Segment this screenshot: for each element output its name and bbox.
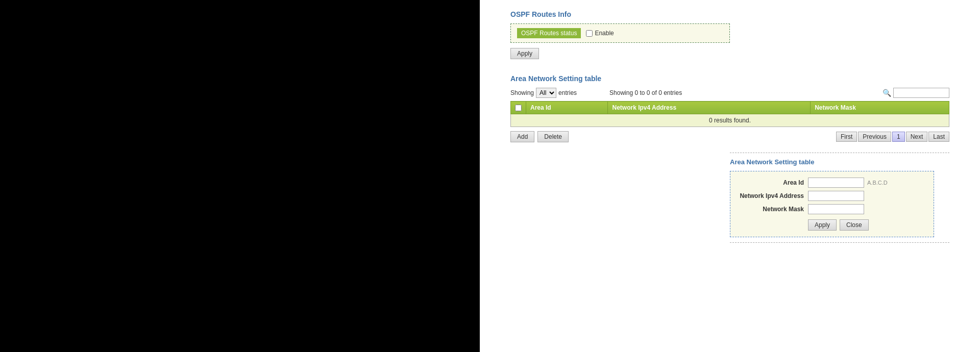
previous-button[interactable]: Previous	[858, 132, 891, 142]
form-buttons: Apply Close	[737, 219, 927, 231]
delete-button[interactable]: Delete	[537, 131, 569, 142]
network-mask-label: Network Mask	[737, 206, 808, 213]
col-area-id: Area Id	[526, 102, 608, 114]
form-box: Area Id A.B.C.D Network Ipv4 Address Net…	[730, 171, 934, 237]
area-network-data-table: Area Id Network Ipv4 Address Network Mas…	[510, 101, 949, 127]
no-results-row: 0 results found.	[511, 114, 949, 127]
first-button[interactable]: First	[836, 132, 857, 142]
entries-suffix: entries	[558, 89, 577, 96]
form-section-title: Area Network Setting table	[730, 158, 949, 166]
area-network-form-section: Area Network Setting table Area Id A.B.C…	[730, 153, 949, 243]
ospf-section-title: OSPF Routes Info	[510, 10, 949, 18]
table-controls-top: Showing All 10 25 50 entries Showing 0 t…	[510, 88, 949, 98]
col-network-ipv4: Network Ipv4 Address	[608, 102, 811, 114]
enable-label[interactable]: Enable	[595, 30, 614, 37]
network-mask-row: Network Mask	[737, 204, 927, 214]
form-close-button[interactable]: Close	[840, 219, 869, 231]
table-header-row: Area Id Network Ipv4 Address Network Mas…	[511, 102, 949, 114]
area-network-table-title: Area Network Setting table	[510, 74, 949, 83]
last-button[interactable]: Last	[928, 132, 949, 142]
ospf-status-label: OSPF Routes status	[517, 28, 581, 38]
area-id-label: Area Id	[737, 179, 808, 186]
add-button[interactable]: Add	[510, 131, 534, 142]
ospf-status-box: OSPF Routes status Enable	[510, 23, 730, 43]
area-network-table-section: Area Network Setting table Showing All 1…	[510, 74, 949, 142]
ospf-apply-button[interactable]: Apply	[510, 48, 539, 59]
network-mask-input[interactable]	[808, 204, 864, 214]
search-area: 🔍	[883, 88, 949, 98]
next-button[interactable]: Next	[906, 132, 928, 142]
page-1-button[interactable]: 1	[892, 132, 905, 142]
area-id-row: Area Id A.B.C.D	[737, 178, 927, 188]
entries-select[interactable]: All 10 25 50	[536, 88, 556, 98]
no-results-text: 0 results found.	[511, 114, 949, 127]
count-text: Showing 0 to 0 of 0 entries	[609, 89, 682, 96]
network-ipv4-input[interactable]	[808, 191, 864, 201]
area-id-input[interactable]	[808, 178, 864, 188]
network-ipv4-row: Network Ipv4 Address	[737, 191, 927, 201]
pagination-buttons: First Previous 1 Next Last	[836, 132, 949, 142]
col-network-mask: Network Mask	[811, 102, 949, 114]
form-apply-button[interactable]: Apply	[808, 219, 837, 231]
enable-checkbox[interactable]	[586, 30, 593, 37]
area-id-hint: A.B.C.D	[867, 180, 888, 186]
search-input[interactable]	[893, 88, 949, 98]
checkbox-header	[511, 102, 526, 114]
showing-entries: Showing All 10 25 50 entries Showing 0 t…	[510, 88, 682, 98]
network-ipv4-label: Network Ipv4 Address	[737, 192, 808, 199]
search-icon: 🔍	[883, 89, 891, 97]
pagination-row: Add Delete First Previous 1 Next Last	[510, 131, 949, 142]
showing-prefix: Showing	[510, 89, 534, 96]
enable-checkbox-wrapper: Enable	[586, 30, 614, 37]
action-buttons: Add Delete	[510, 131, 569, 142]
select-all-checkbox[interactable]	[515, 105, 522, 111]
